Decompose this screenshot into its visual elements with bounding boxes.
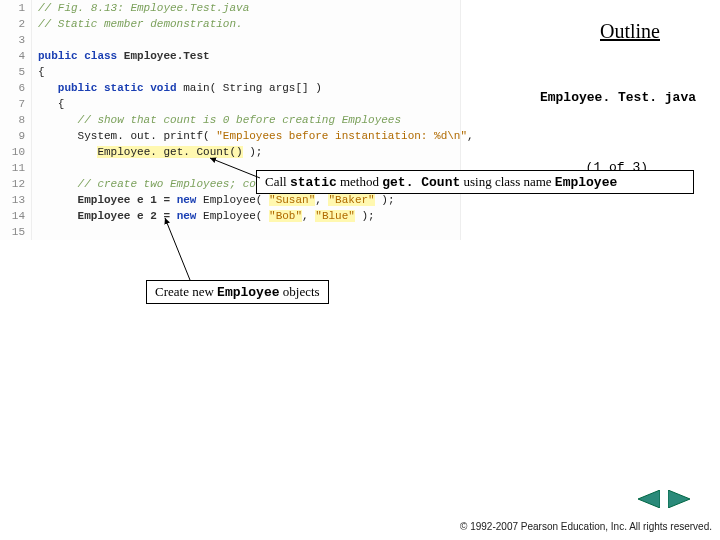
code-text: main( String args[] ) <box>177 82 322 94</box>
next-slide-button[interactable] <box>668 490 690 508</box>
highlighted-code: "Bob" <box>269 210 302 222</box>
callout-text: Create new <box>155 284 217 299</box>
line-number: 15 <box>0 224 32 240</box>
line-number: 11 <box>0 160 32 176</box>
line-number: 7 <box>0 96 32 112</box>
line-number: 6 <box>0 80 32 96</box>
highlighted-code: Employee. get. Count() <box>97 146 242 158</box>
code-text: ); <box>375 194 395 206</box>
svg-marker-2 <box>638 490 660 508</box>
code-text: void <box>150 82 176 94</box>
code-text: "Employees before instantiation: %d\n" <box>216 130 467 142</box>
line-number: 1 <box>0 0 32 16</box>
callout-static-method: Call static method get. Count using clas… <box>256 170 694 194</box>
code-text: new <box>177 210 197 222</box>
callout-keyword: Employee <box>217 285 279 300</box>
line-number: 14 <box>0 208 32 224</box>
line-number: 5 <box>0 64 32 80</box>
callout-create-objects: Create new Employee objects <box>146 280 329 304</box>
code-text: public class <box>38 50 124 62</box>
code-text: Employee.Test <box>124 50 210 62</box>
code-text: Employee( <box>196 210 269 222</box>
callout-text: Call <box>265 174 290 189</box>
prev-slide-button[interactable] <box>638 490 660 508</box>
line-number: 9 <box>0 128 32 144</box>
code-text: ); <box>355 210 375 222</box>
code-text: { <box>38 98 64 110</box>
highlighted-code: "Baker" <box>328 194 374 206</box>
code-text: // show that count is 0 before creating … <box>38 114 401 126</box>
code-text: new <box>177 194 197 206</box>
code-text: { <box>38 66 45 78</box>
line-number: 13 <box>0 192 32 208</box>
line-number: 4 <box>0 48 32 64</box>
outline-heading: Outline <box>600 20 660 43</box>
callout-keyword: Employee <box>555 175 617 190</box>
callout-keyword: static <box>290 175 337 190</box>
code-text: , <box>467 130 480 142</box>
code-text <box>38 146 97 158</box>
file-name-label: Employee. Test. java <box>540 90 696 105</box>
code-text: ); <box>243 146 263 158</box>
line-number: 12 <box>0 176 32 192</box>
code-text: Employee( <box>196 194 269 206</box>
code-text: // Fig. 8.13: Employee.Test.java <box>38 2 249 14</box>
line-number: 8 <box>0 112 32 128</box>
code-text: Employee e 2 = <box>38 210 177 222</box>
highlighted-code: "Susan" <box>269 194 315 206</box>
code-text: , <box>315 194 328 206</box>
code-text: , <box>302 210 315 222</box>
code-text: Employee e 1 = <box>38 194 177 206</box>
callout-keyword: get. Count <box>382 175 460 190</box>
highlighted-code: "Blue" <box>315 210 355 222</box>
callout-text: method <box>337 174 383 189</box>
copyright-text: © 1992-2007 Pearson Education, Inc. All … <box>460 521 712 532</box>
svg-marker-3 <box>668 490 690 508</box>
line-number: 10 <box>0 144 32 160</box>
code-text: // Static member demonstration. <box>38 18 243 30</box>
code-text: System. out. printf( <box>38 130 216 142</box>
code-panel: 1// Fig. 8.13: Employee.Test.java 2// St… <box>0 0 461 240</box>
line-number: 3 <box>0 32 32 48</box>
line-number: 2 <box>0 16 32 32</box>
callout-text: objects <box>280 284 320 299</box>
code-text: public static <box>38 82 150 94</box>
callout-text: using class name <box>460 174 555 189</box>
